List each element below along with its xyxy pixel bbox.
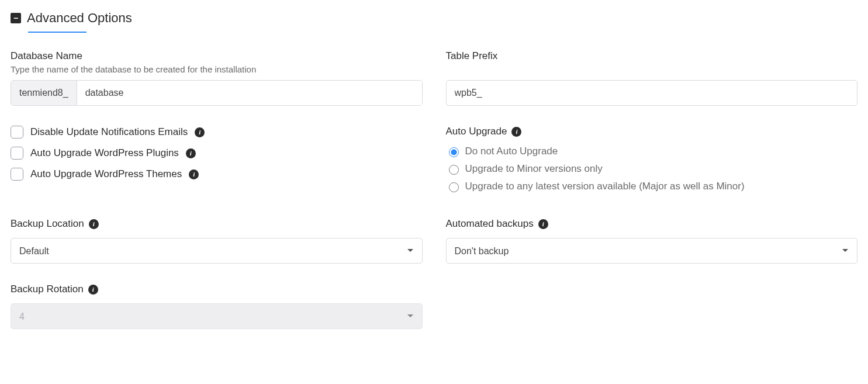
database-name-input-group: tenmiend8_ xyxy=(11,80,423,106)
auto-upgrade-none-label: Do not Auto Upgrade xyxy=(465,146,558,157)
auto-upgrade-label: Auto Upgrade i xyxy=(446,126,858,137)
auto-upgrade-themes-label: Auto Upgrade WordPress Themes xyxy=(30,168,182,180)
table-prefix-label: Table Prefix xyxy=(446,50,858,62)
backup-location-field: Backup Location i Default xyxy=(11,218,423,264)
auto-upgrade-minor-radio[interactable] xyxy=(449,165,459,175)
info-icon[interactable]: i xyxy=(189,169,199,179)
empty-cell xyxy=(446,283,858,329)
spacer xyxy=(446,64,858,80)
automated-backups-field: Automated backups i Don't backup xyxy=(446,218,858,264)
auto-upgrade-field: Auto Upgrade i Do not Auto Upgrade Upgra… xyxy=(446,126,858,198)
backup-rotation-label-text: Backup Rotation xyxy=(11,283,84,295)
automated-backups-label-text: Automated backups xyxy=(446,218,534,230)
auto-upgrade-plugins-label: Auto Upgrade WordPress Plugins xyxy=(30,147,179,159)
info-icon[interactable]: i xyxy=(88,285,98,295)
auto-upgrade-major-label: Upgrade to any latest version available … xyxy=(465,181,745,192)
database-name-input[interactable] xyxy=(77,81,422,105)
database-prefix-addon: tenmiend8_ xyxy=(11,81,77,105)
advanced-options-header[interactable]: − Advanced Options xyxy=(11,11,857,26)
database-name-help: Type the name of the database to be crea… xyxy=(11,64,423,74)
backup-location-select[interactable]: Default xyxy=(11,238,423,264)
backup-location-label: Backup Location i xyxy=(11,218,423,230)
info-icon[interactable]: i xyxy=(186,148,196,158)
auto-upgrade-plugins-checkbox[interactable] xyxy=(11,147,23,160)
database-name-label: Database Name xyxy=(11,50,423,62)
auto-upgrade-label-text: Auto Upgrade xyxy=(446,126,507,137)
disable-update-emails-row: Disable Update Notifications Emails i xyxy=(11,126,423,139)
auto-upgrade-plugins-row: Auto Upgrade WordPress Plugins i xyxy=(11,147,423,160)
tab-underline xyxy=(28,32,87,33)
table-prefix-input[interactable] xyxy=(446,80,858,106)
table-prefix-field: Table Prefix xyxy=(446,50,858,106)
disable-update-emails-label: Disable Update Notifications Emails xyxy=(30,126,188,138)
automated-backups-label: Automated backups i xyxy=(446,218,858,230)
info-icon[interactable]: i xyxy=(195,127,205,137)
info-icon[interactable]: i xyxy=(511,127,521,137)
auto-upgrade-themes-checkbox[interactable] xyxy=(11,168,23,181)
collapse-icon: − xyxy=(11,13,21,23)
database-name-field: Database Name Type the name of the datab… xyxy=(11,50,423,106)
auto-upgrade-major-row: Upgrade to any latest version available … xyxy=(446,181,858,192)
auto-upgrade-none-radio[interactable] xyxy=(449,147,459,157)
disable-update-emails-checkbox[interactable] xyxy=(11,126,23,139)
auto-upgrade-themes-row: Auto Upgrade WordPress Themes i xyxy=(11,168,423,181)
backup-rotation-field: Backup Rotation i 4 xyxy=(11,283,423,329)
automated-backups-select[interactable]: Don't backup xyxy=(446,238,858,264)
auto-upgrade-minor-label: Upgrade to Minor versions only xyxy=(465,163,603,175)
auto-upgrade-major-radio[interactable] xyxy=(449,182,459,192)
info-icon[interactable]: i xyxy=(538,219,548,229)
upgrade-checkboxes: Disable Update Notifications Emails i Au… xyxy=(11,126,423,198)
auto-upgrade-none-row: Do not Auto Upgrade xyxy=(446,146,858,157)
auto-upgrade-minor-row: Upgrade to Minor versions only xyxy=(446,163,858,175)
backup-location-label-text: Backup Location xyxy=(11,218,84,230)
backup-rotation-select: 4 xyxy=(11,303,423,329)
backup-rotation-label: Backup Rotation i xyxy=(11,283,423,295)
info-icon[interactable]: i xyxy=(89,219,99,229)
section-title: Advanced Options xyxy=(27,11,132,26)
